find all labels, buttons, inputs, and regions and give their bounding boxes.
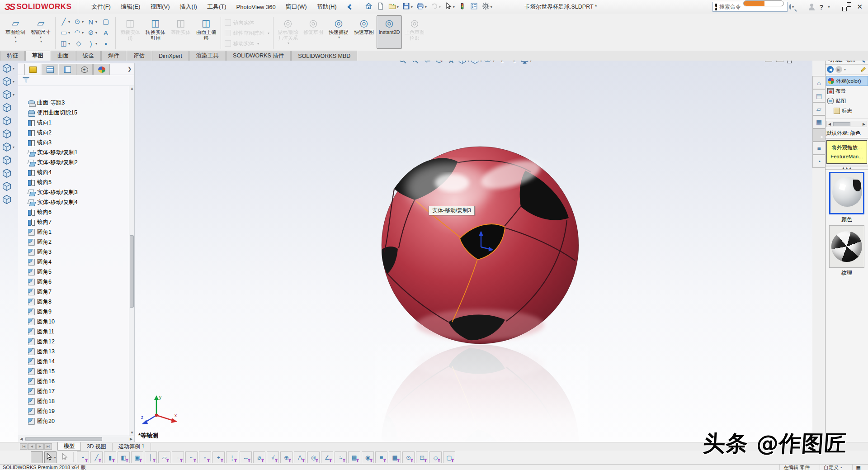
quick-access-button[interactable] [375,1,386,12]
search-dropdown-icon[interactable]: ▾ [792,5,794,9]
feature-tree-item[interactable]: 圆角15 [28,366,129,376]
feature-tree-item[interactable]: 镜向6 [28,207,129,217]
feature-tree-item[interactable]: 圆角20 [28,416,129,426]
left-tool-button[interactable] [2,129,18,139]
command-tab[interactable]: SOLIDWORKS 插件 [226,51,291,61]
ribbon-small-button[interactable]: 镜向实体 [223,18,271,27]
left-tool-button[interactable] [2,195,18,204]
feature-tree-item[interactable]: 圆角7 [28,287,129,297]
quick-access-button[interactable] [401,1,414,12]
feature-manager-tab[interactable] [59,64,75,75]
feature-tree-item[interactable]: 实体-移动/复制1 [28,147,129,157]
ribbon-button[interactable]: ▱ 智能尺寸 ▾ [28,15,53,49]
feature-tree-item[interactable]: 圆角1 [28,227,129,237]
scroll-down-icon[interactable]: ▼ [129,430,135,436]
feature-tree-item[interactable]: 圆角9 [28,307,129,317]
tag-stamp-icon[interactable]: ▦ [852,465,864,470]
pane-splitter[interactable]: ▲ ▲ ▲ [826,166,868,170]
selection-filter-button[interactable]: ∙ [172,451,184,463]
sketch-entity-button[interactable]: ◇ [72,38,85,49]
selection-filter-button[interactable]: ▦ [389,451,401,463]
selection-filter-button[interactable]: ⊕ [280,451,292,463]
sketch-entity-button[interactable]: N [85,16,99,27]
feature-tree-item[interactable]: 镜向4 [28,167,129,177]
ribbon-button[interactable]: ◎ 显示/删除几何关系 [275,15,301,49]
scroll-right-icon[interactable]: ▶ [128,437,134,441]
selection-filter-button[interactable]: ⊙ [402,451,415,463]
selection-filter-button[interactable]: ╱ [90,451,103,463]
selection-filter-button[interactable]: • [77,451,89,463]
scrollbar-thumb[interactable] [833,122,850,126]
feature-tree-item[interactable]: 圆角11 [28,327,129,337]
forward-icon[interactable]: ▶ [835,66,842,73]
feature-tree-item[interactable]: 圆角5 [28,267,129,277]
task-pane-tab[interactable]: ≡ [812,142,825,155]
selection-filter-button[interactable]: ▱ [158,451,170,463]
left-tool-button[interactable] [2,155,18,165]
document-tab[interactable]: 3D 视图 [81,443,113,451]
command-tab[interactable]: 焊件 [101,51,126,61]
quick-access-button[interactable] [363,1,374,12]
appearance-tree-item[interactable]: 布景 [826,86,868,96]
left-tool-button[interactable] [2,76,18,86]
ribbon-button[interactable]: ◫ 等距实体 [168,15,193,49]
task-pane-tab[interactable]: ▱ [812,102,825,115]
sketch-entity-button[interactable]: ◠ [72,27,85,38]
feature-tree-item[interactable]: 镜向1 [28,118,129,128]
menu-item[interactable]: PhotoView 360 [231,0,281,14]
appearance-brush-icon[interactable] [860,66,867,73]
selection-filter-button[interactable]: ~ [185,451,198,463]
help-icon[interactable]: ? [819,3,823,11]
selection-filter-button[interactable]: ≈ [335,451,347,463]
appearance-tree-item[interactable]: 贴图 [826,96,868,106]
menu-item[interactable]: 帮助(H) [312,0,342,14]
selection-filter-button[interactable]: ⊡ [416,451,428,463]
selection-filter-button[interactable]: ▤ [348,451,360,463]
feature-tree-item[interactable]: 圆角16 [28,376,129,386]
feature-tree-item[interactable]: 圆角12 [28,337,129,347]
ribbon-button[interactable]: ◫ 剪裁实体(I) [118,15,143,49]
user-account-icon[interactable] [808,4,815,10]
feature-manager-tab[interactable] [42,64,58,75]
command-tab[interactable]: 曲面 [51,51,75,61]
sketch-entity-button[interactable]: ▭ [58,27,72,38]
feature-tree-item[interactable]: 圆角13 [28,347,129,356]
filter-tool-button[interactable] [17,451,29,463]
expand-pane-icon[interactable]: ❯ [127,66,132,72]
prev-tab-icon[interactable]: ◀ [28,443,36,450]
customize-button[interactable]: 自定义 ▴ [820,465,846,470]
selection-filter-button[interactable]: ◦ [199,451,211,463]
appearance-tree-item[interactable]: 外观(color) [826,76,868,86]
ribbon-button[interactable]: ◎ Instant2D [377,15,402,49]
command-tab[interactable]: DimXpert [152,51,189,61]
selection-filter-button[interactable]: ¦ [226,451,238,463]
menu-item[interactable]: 插入(I) [175,0,202,14]
quick-access-button[interactable] [429,1,442,12]
selection-filter-button[interactable]: ≡ [375,451,387,463]
selection-filter-button[interactable]: ◉ [362,451,374,463]
search-icon[interactable] [789,4,791,9]
feature-tree-item[interactable]: 曲面-等距3 [28,98,129,108]
thumbnail-image[interactable] [829,225,864,268]
selection-filter-button[interactable]: ◧ [118,451,130,463]
feature-tree-item[interactable]: 使用曲面切除15 [28,108,129,118]
thumbnail-image[interactable] [829,172,864,214]
feature-tree-item[interactable]: 圆角8 [28,297,129,307]
feature-tree-item[interactable]: 实体-移动/复制2 [28,157,129,167]
ribbon-small-button[interactable]: 移动实体 [223,39,271,48]
feature-tree-item[interactable]: 圆角10 [28,317,129,327]
quick-access-button[interactable] [415,1,428,12]
close-button[interactable]: ✕ [854,3,865,11]
task-pane-scrollbar[interactable]: ◀ ▶ [826,121,867,127]
menu-item[interactable]: 文件(F) [86,0,116,14]
appearance-thumbnail[interactable]: 颜色 [829,172,864,223]
quick-access-button[interactable] [481,1,494,12]
appearance-thumbnail[interactable]: 纹理 [829,225,864,277]
appearance-tree-item[interactable]: 标志 [826,106,868,116]
task-pane-tab[interactable] [812,128,825,142]
filter-tool-button[interactable] [44,451,57,463]
feature-manager-tab[interactable] [93,64,110,75]
soccer-ball[interactable] [381,146,580,345]
help-dropdown-icon[interactable]: ▾ [828,5,830,9]
command-tab[interactable]: 评估 [127,51,151,61]
